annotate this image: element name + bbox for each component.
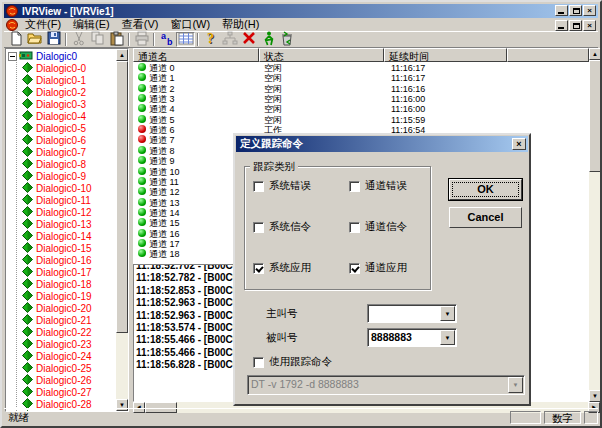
close-button[interactable]: ×	[583, 5, 596, 16]
checkbox-icon[interactable]	[253, 263, 264, 274]
tree-item[interactable]: Dialogic0-1	[22, 74, 86, 86]
dialog-title-bar[interactable]: 定义跟踪命令	[236, 136, 528, 152]
tree-item[interactable]: Dialogic0-25	[22, 362, 92, 374]
tree-item[interactable]: Dialogic0-0	[22, 62, 86, 74]
child-restore-button[interactable]	[569, 20, 582, 31]
callee-dropdown-icon[interactable]: ▼	[440, 330, 455, 345]
child-minimize-button[interactable]	[555, 20, 568, 31]
minimize-button[interactable]	[555, 5, 568, 16]
run-button[interactable]	[258, 32, 277, 47]
channel-row[interactable]: 通道 0空闲11:16:17	[133, 63, 589, 74]
restore-button[interactable]	[569, 5, 582, 16]
tree-item[interactable]: Dialogic0-3	[22, 98, 86, 110]
tree-item[interactable]: Dialogic0-8	[22, 158, 86, 170]
checkbox-icon[interactable]	[253, 357, 264, 368]
menu-view[interactable]: 查看(V)	[116, 17, 165, 32]
tree-item[interactable]: Dialogic0-4	[22, 110, 86, 122]
trace-checkbox[interactable]: 通道信令	[349, 220, 407, 234]
channel-ab-button[interactable]: ab	[157, 32, 176, 47]
tree-item[interactable]: Dialogic0-2	[22, 86, 86, 98]
tree-scrollbar[interactable]: ▲ ▼	[116, 49, 128, 411]
checked-trace-checkbox[interactable]: 系统应用	[253, 261, 311, 275]
callee-combo[interactable]: 8888883 ▼	[367, 328, 457, 347]
tree-item[interactable]: Dialogic0-27	[22, 386, 92, 398]
network-button[interactable]	[220, 32, 239, 47]
tree-item[interactable]: Dialogic0-10	[22, 182, 92, 194]
tree-item[interactable]: Dialogic0-11	[22, 194, 91, 206]
column-header-name[interactable]: 通道名	[133, 48, 259, 62]
tree-item[interactable]: Dialogic0-5	[22, 122, 86, 134]
tree-item[interactable]: Dialogic0-13	[22, 218, 92, 230]
checkbox-icon[interactable]	[253, 222, 264, 233]
toolbar-separator	[128, 33, 130, 46]
channel-row[interactable]: 通道 3空闲11:16:00	[133, 94, 589, 105]
checkbox-icon[interactable]	[349, 222, 360, 233]
tree-item[interactable]: Dialogic0-19	[22, 290, 92, 302]
tree-item[interactable]: Dialogic0-22	[22, 326, 92, 338]
delete-button[interactable]	[239, 32, 258, 47]
checkbox-icon[interactable]	[349, 263, 360, 274]
tree-scroll-thumb[interactable]	[116, 61, 128, 333]
tree-item[interactable]: Dialogic0-26	[22, 374, 92, 386]
tree-item[interactable]: Dialogic0-15	[22, 242, 92, 254]
tree-item[interactable]: Dialogic0-12	[22, 206, 92, 218]
column-header-status[interactable]: 状态	[259, 48, 384, 62]
caller-dropdown-icon[interactable]: ▼	[440, 306, 455, 321]
tree-item[interactable]: Dialogic0-7	[22, 146, 86, 158]
channel-row[interactable]: 通道 4空闲11:16:00	[133, 104, 589, 115]
dialog-close-icon[interactable]: ×	[512, 138, 526, 150]
checked-trace-checkbox[interactable]: 通道应用	[349, 261, 407, 275]
menu-window[interactable]: 窗口(W)	[164, 17, 216, 32]
channel-row[interactable]: 通道 1空闲11:16:17	[133, 73, 589, 84]
child-close-button[interactable]: ×	[583, 20, 596, 31]
tree-item[interactable]: Dialogic0-17	[22, 266, 92, 278]
caller-combo[interactable]: ▼	[367, 304, 457, 323]
trace-checkbox[interactable]: 系统信令	[253, 220, 311, 234]
grid-button[interactable]	[176, 32, 195, 47]
tree-item[interactable]: Dialogic0-6	[22, 134, 86, 146]
tree-item[interactable]: Dialogic0-9	[22, 170, 86, 182]
tree-root[interactable]: Dialogic0	[8, 50, 77, 62]
column-header-time[interactable]: 延续时间	[384, 48, 507, 62]
trace-checkbox[interactable]: 通道错误	[349, 179, 407, 193]
channel-row[interactable]: 通道 2空闲11:16:16	[133, 84, 589, 95]
recycle-button[interactable]	[277, 32, 296, 47]
cut-button[interactable]	[69, 32, 88, 47]
tree-item[interactable]: Dialogic0-18	[22, 278, 92, 290]
checkbox-icon[interactable]	[349, 181, 360, 192]
checkbox-icon[interactable]	[253, 181, 264, 192]
copy-button[interactable]	[88, 32, 107, 47]
menu-file[interactable]: 文件(F)	[19, 17, 67, 32]
tree-item[interactable]: Dialogic0-23	[22, 338, 92, 350]
list-scroll-down-icon[interactable]: ▼	[589, 390, 601, 402]
tree-item[interactable]: Dialogic0-16	[22, 254, 92, 266]
ok-button[interactable]: OK	[449, 179, 522, 200]
channel-time: 11:16:00	[391, 104, 425, 115]
help-button[interactable]: ??	[201, 32, 220, 47]
tree-scroll-up-icon[interactable]: ▲	[116, 49, 128, 61]
channel-name: 通道 4	[149, 104, 175, 115]
list-scroll-up-icon[interactable]: ▲	[589, 48, 601, 60]
trace-checkbox[interactable]: 系统错误	[253, 179, 311, 193]
document-window-icon[interactable]	[6, 19, 19, 31]
cancel-button[interactable]: Cancel	[449, 207, 522, 228]
open-button[interactable]	[25, 32, 44, 47]
channel-row[interactable]: 通道 5空闲11:15:59	[133, 115, 589, 126]
tree-item[interactable]: Dialogic0-20	[22, 302, 92, 314]
tree-item-label: Dialogic0-15	[36, 243, 92, 254]
collapse-icon[interactable]	[8, 52, 17, 61]
title-bar[interactable]: IVRView - [IVRVie1] ×	[4, 4, 598, 18]
use-trace-command-checkbox[interactable]: 使用跟踪命令	[253, 355, 332, 369]
print-button[interactable]	[132, 32, 151, 47]
list-vscroll-thumb[interactable]	[589, 60, 601, 172]
new-button[interactable]	[6, 32, 25, 47]
save-button[interactable]	[44, 32, 63, 47]
list-vscrollbar[interactable]: ▲ ▼	[589, 48, 601, 402]
tree-item[interactable]: Dialogic0-24	[22, 350, 92, 362]
recycle-icon	[279, 31, 295, 48]
menu-help[interactable]: 帮助(H)	[216, 17, 265, 32]
tree-item[interactable]: Dialogic0-21	[22, 314, 92, 326]
menu-edit[interactable]: 编辑(E)	[67, 17, 116, 32]
paste-button[interactable]	[107, 32, 126, 47]
tree-item[interactable]: Dialogic0-14	[22, 230, 92, 242]
